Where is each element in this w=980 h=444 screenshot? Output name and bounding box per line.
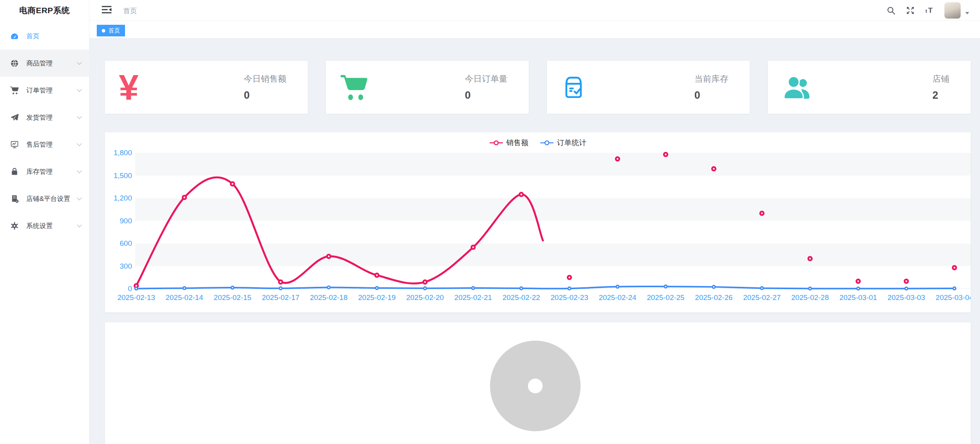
svg-text:2025-02-13: 2025-02-13 <box>117 293 155 302</box>
sidebar-item-label: 售后管理 <box>26 140 53 149</box>
stat-card-orders: 今日订单量 0 <box>326 61 529 114</box>
svg-text:900: 900 <box>120 217 132 225</box>
chevron-down-icon <box>77 86 82 94</box>
lock-icon <box>10 167 19 176</box>
dashboard-icon <box>10 32 19 41</box>
stat-card-inventory: 当前库存 0 <box>547 61 750 114</box>
tab-bar: 首页 <box>89 21 980 39</box>
font-size-icon[interactable]: tT <box>925 6 934 15</box>
sidebar-item-label: 发货管理 <box>26 113 53 122</box>
header: 首页 tT <box>89 0 980 21</box>
header-tools: tT <box>886 0 969 21</box>
svg-text:1,200: 1,200 <box>113 194 132 202</box>
svg-text:2025-02-18: 2025-02-18 <box>310 293 348 302</box>
sidebar-item-label: 系统设置 <box>26 221 53 230</box>
sidebar-menu: 首页 商品管理 订单管理 发货管理 售 <box>0 21 89 239</box>
svg-text:1,800: 1,800 <box>113 149 132 157</box>
svg-text:2025-02-19: 2025-02-19 <box>358 293 396 302</box>
breadcrumb[interactable]: 首页 <box>123 6 137 15</box>
stat-label: 今日订单量 <box>465 73 507 85</box>
svg-text:2025-02-26: 2025-02-26 <box>695 293 733 302</box>
sidebar-item-label: 店铺&平台设置 <box>26 194 70 203</box>
stat-value: 0 <box>465 89 471 101</box>
legend-line-marker <box>540 140 554 146</box>
svg-text:2025-03-04: 2025-03-04 <box>935 293 971 302</box>
stat-value: 0 <box>694 89 700 101</box>
svg-text:2025-02-22: 2025-02-22 <box>502 293 540 302</box>
stat-card-shops: 店铺 2 <box>768 61 971 114</box>
monitor-chart-icon <box>10 140 19 149</box>
sidebar-toggle-button[interactable] <box>102 5 112 15</box>
chevron-down-icon <box>77 222 82 230</box>
svg-text:2025-02-20: 2025-02-20 <box>406 293 444 302</box>
svg-text:0: 0 <box>128 285 132 293</box>
line-chart-card: 销售额 订单统计 03006009001,2001,5001,8002025-0… <box>105 132 971 312</box>
sidebar-item-products[interactable]: 商品管理 <box>0 50 89 77</box>
stat-label: 今日销售额 <box>244 73 286 85</box>
sidebar-item-orders[interactable]: 订单管理 <box>0 77 89 104</box>
svg-text:600: 600 <box>120 239 132 247</box>
gear-icon <box>10 221 19 230</box>
stat-value: 2 <box>932 89 938 101</box>
svg-text:2025-03-03: 2025-03-03 <box>887 293 925 302</box>
pie-chart-card <box>105 322 971 444</box>
svg-text:2025-03-01: 2025-03-01 <box>840 293 877 302</box>
sidebar-item-home[interactable]: 首页 <box>0 22 89 50</box>
svg-text:2025-02-15: 2025-02-15 <box>214 293 251 302</box>
globe-icon <box>10 59 19 68</box>
shop-settings-icon <box>10 194 19 203</box>
empty-donut-chart <box>105 322 971 444</box>
main-content: ¥ 今日销售额 0 今日订单量 0 当前库存 0 <box>89 39 980 444</box>
sidebar-item-system-settings[interactable]: 系统设置 <box>0 212 89 239</box>
sidebar-item-aftersales[interactable]: 售后管理 <box>0 131 89 158</box>
sidebar-item-label: 库存管理 <box>26 167 53 176</box>
stat-label: 当前库存 <box>694 73 728 85</box>
tab-label: 首页 <box>108 27 120 34</box>
caret-down-icon[interactable] <box>965 12 969 16</box>
cart-icon <box>340 73 379 102</box>
chevron-down-icon <box>77 195 82 202</box>
svg-text:2025-02-14: 2025-02-14 <box>166 293 204 302</box>
chevron-down-icon <box>77 113 82 121</box>
svg-text:300: 300 <box>120 262 132 270</box>
stat-value: 0 <box>244 89 250 101</box>
sidebar-item-shipping[interactable]: 发货管理 <box>0 104 89 131</box>
app-title: 电商ERP系统 <box>0 0 89 21</box>
sidebar-item-shop-settings[interactable]: 店铺&平台设置 <box>0 185 89 212</box>
chevron-down-icon <box>77 168 82 175</box>
sidebar-item-label: 订单管理 <box>26 86 53 95</box>
chart-legend: 销售额 订单统计 <box>105 138 971 148</box>
sidebar-item-inventory[interactable]: 库存管理 <box>0 158 89 185</box>
fullscreen-icon[interactable] <box>906 6 915 15</box>
cart-icon <box>10 86 19 95</box>
legend-line-marker <box>489 140 503 146</box>
send-icon <box>10 113 19 122</box>
sidebar: 电商ERP系统 首页 商品管理 订单管理 发货管理 <box>0 0 89 444</box>
users-icon <box>782 72 821 103</box>
legend-item-orders[interactable]: 订单统计 <box>540 138 586 148</box>
svg-text:2025-02-21: 2025-02-21 <box>454 293 492 302</box>
svg-text:2025-02-23: 2025-02-23 <box>551 293 588 302</box>
yen-icon: ¥ <box>119 70 158 105</box>
avatar[interactable] <box>944 2 961 19</box>
svg-text:2025-02-24: 2025-02-24 <box>599 293 637 302</box>
tab-active-dot <box>102 29 105 33</box>
svg-text:2025-02-28: 2025-02-28 <box>791 293 829 302</box>
svg-text:t: t <box>925 8 927 14</box>
search-icon[interactable] <box>886 6 896 15</box>
svg-text:2025-02-17: 2025-02-17 <box>262 293 299 302</box>
legend-item-sales[interactable]: 销售额 <box>489 138 528 148</box>
stat-label: 店铺 <box>932 73 949 85</box>
stat-card-sales: ¥ 今日销售额 0 <box>105 61 308 114</box>
legend-label: 订单统计 <box>557 138 586 148</box>
sales-orders-line-chart: 03006009001,2001,5001,8002025-02-132025-… <box>105 132 971 312</box>
chevron-down-icon <box>77 59 82 67</box>
stats-row: ¥ 今日销售额 0 今日订单量 0 当前库存 0 <box>105 61 971 114</box>
sidebar-item-label: 商品管理 <box>26 59 53 68</box>
inventory-box-icon <box>561 75 600 100</box>
tab-home[interactable]: 首页 <box>97 25 125 36</box>
sidebar-item-label: 首页 <box>26 32 39 41</box>
svg-text:2025-02-25: 2025-02-25 <box>647 293 684 302</box>
svg-text:T: T <box>928 6 933 14</box>
chevron-down-icon <box>77 141 82 148</box>
